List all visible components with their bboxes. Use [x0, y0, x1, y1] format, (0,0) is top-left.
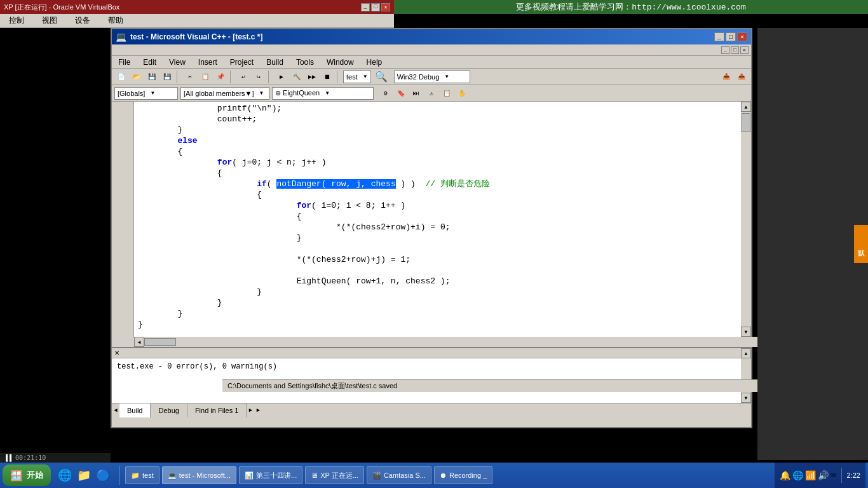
- code-line-20: }: [138, 308, 737, 319]
- code-line-21: }: [138, 319, 737, 330]
- out-scroll-down[interactable]: ▼: [741, 393, 751, 403]
- menu-file[interactable]: File: [114, 57, 134, 67]
- tb-build[interactable]: 🔨: [290, 71, 304, 83]
- menu-help[interactable]: Help: [363, 57, 386, 67]
- vbox-minimize-btn[interactable]: _: [361, 3, 370, 11]
- line-numbers: [112, 102, 134, 337]
- msvc-restore-btn[interactable]: □: [726, 32, 736, 41]
- status-path: C:\Documents and Settings\fishc\桌面\test\…: [227, 381, 397, 391]
- output-vscroll[interactable]: ▲ ▼: [741, 348, 751, 403]
- tb2-icons: ⚙ 🔖 ⏭ ⚠ 📋 ✋: [379, 87, 469, 100]
- ql-browser[interactable]: 🔵: [94, 466, 112, 484]
- scroll-down-btn[interactable]: ▼: [741, 327, 751, 337]
- tb2-btn1[interactable]: ⚙: [379, 87, 393, 100]
- tb-btn-r2[interactable]: 📤: [735, 71, 749, 83]
- menu-tools[interactable]: Tools: [292, 57, 318, 67]
- tab-debug[interactable]: Debug: [151, 403, 187, 417]
- tab-find[interactable]: Find in Files 1: [187, 403, 247, 417]
- tb-undo[interactable]: ↩: [236, 71, 250, 83]
- tb-stop[interactable]: ⏹: [320, 71, 334, 83]
- menu-edit[interactable]: Edit: [139, 57, 160, 67]
- tray-icon-5[interactable]: ⌨: [831, 470, 836, 481]
- tb-btn-r1[interactable]: 📥: [719, 71, 733, 83]
- tb2-members[interactable]: [All global members▼] ▼: [180, 87, 269, 100]
- taskbar-ppt-icon: 📊: [245, 471, 254, 480]
- scroll-up-btn[interactable]: ▲: [741, 102, 751, 112]
- tb2-btn6[interactable]: ✋: [455, 87, 469, 100]
- tb-save[interactable]: 💾: [145, 71, 159, 83]
- hscroll-track[interactable]: [144, 338, 763, 346]
- code-line-5: {: [138, 146, 737, 157]
- mdi-buttons: _ □ ✕: [721, 46, 749, 54]
- taskbar-cam-icon: 🎬: [372, 471, 381, 480]
- tb-save-all[interactable]: 💾: [160, 71, 174, 83]
- tab-nav-right[interactable]: ▶: [247, 403, 254, 417]
- tb-run[interactable]: ▶▶: [305, 71, 319, 83]
- msvc-titlebar: 💻 test - Microsoft Visual C++ - [test.c …: [112, 29, 751, 44]
- start-button[interactable]: 🪟 开始: [3, 464, 51, 486]
- hscroll-left[interactable]: ◀: [134, 337, 144, 347]
- horizontal-scrollbar[interactable]: ◀ ▶: [134, 337, 773, 347]
- msvc-window: 💻 test - Microsoft Visual C++ - [test.c …: [111, 28, 752, 428]
- tab-scroll-right[interactable]: ▶: [254, 403, 262, 417]
- vbox-close-btn[interactable]: ✕: [381, 3, 390, 11]
- mdi-close[interactable]: ✕: [740, 46, 749, 54]
- ql-ie[interactable]: 🌐: [56, 466, 74, 484]
- tb-project-dropdown[interactable]: test ▼: [343, 71, 371, 83]
- tb-paste[interactable]: 📌: [214, 71, 227, 83]
- tb2-function[interactable]: ⊕ EightQueen ▼: [272, 87, 374, 100]
- tab-nav-left[interactable]: ◀: [112, 403, 119, 417]
- taskbar-test[interactable]: 📁 test: [125, 466, 159, 484]
- tb2-globals[interactable]: [Globals] ▼: [114, 87, 178, 100]
- msvc-icon: 💻: [116, 32, 126, 43]
- vertical-scrollbar[interactable]: ▲ ▼: [741, 102, 751, 337]
- tb-copy[interactable]: 📋: [198, 71, 212, 83]
- menu-project[interactable]: Project: [226, 57, 257, 67]
- side-button[interactable]: 默认: [854, 225, 868, 263]
- vbox-maximize-btn[interactable]: □: [371, 3, 380, 11]
- system-tray: 🔔 🌐 📶 🔊 ⌨ 2:22: [775, 463, 865, 488]
- msvc-minimize-btn[interactable]: _: [714, 32, 724, 41]
- tb-magnify[interactable]: 🔍: [375, 71, 388, 83]
- mdi-minimize[interactable]: _: [721, 46, 729, 54]
- msvc-close-btn[interactable]: ✕: [737, 32, 747, 41]
- tb2-btn2[interactable]: 🔖: [394, 87, 408, 100]
- vbox-menu-device[interactable]: 设备: [71, 15, 94, 27]
- vbox-menu-control[interactable]: 控制: [5, 15, 28, 27]
- menu-insert[interactable]: Insert: [194, 57, 221, 67]
- code-line-7: {: [138, 168, 737, 179]
- tb-open[interactable]: 📂: [130, 71, 144, 83]
- vbox-menu-help[interactable]: 帮助: [104, 15, 127, 27]
- menu-view[interactable]: View: [165, 57, 189, 67]
- code-editor[interactable]: printf("\n"); count++; } else { for( j=0…: [134, 102, 741, 337]
- tb-compile[interactable]: ▶: [275, 71, 288, 83]
- scroll-thumb[interactable]: [742, 113, 750, 132]
- tb-new[interactable]: 📄: [114, 71, 128, 83]
- code-line-19: }: [138, 297, 737, 308]
- tb2-btn3[interactable]: ⏭: [409, 87, 423, 100]
- toolbar1: 📄 📂 💾 💾 ✂ 📋 📌 ↩ ↪ ▶ 🔨 ▶▶ ⏹ test ▼ 🔍 Win3…: [112, 69, 751, 85]
- mdi-restore[interactable]: □: [731, 46, 739, 54]
- tb2-btn5[interactable]: 📋: [440, 87, 454, 100]
- taskbar-recording[interactable]: ⏺ Recording _: [434, 466, 492, 484]
- tray-icon-3[interactable]: 📶: [805, 470, 816, 481]
- out-scroll-up[interactable]: ▲: [741, 348, 751, 358]
- menu-window[interactable]: Window: [323, 57, 358, 67]
- taskbar-ppt[interactable]: 📊 第三十四讲...: [239, 466, 302, 484]
- taskbar-msvc[interactable]: 💻 test - Microsoft...: [162, 466, 236, 484]
- tb-cut[interactable]: ✂: [183, 71, 197, 83]
- scroll-track[interactable]: [742, 112, 750, 327]
- menu-build[interactable]: Build: [262, 57, 287, 67]
- ql-folder[interactable]: 📁: [75, 466, 93, 484]
- vbox-menu-view[interactable]: 视图: [38, 15, 61, 27]
- tb2-btn4[interactable]: ⚠: [424, 87, 438, 100]
- tab-build[interactable]: Build: [119, 403, 151, 417]
- tray-icon-4[interactable]: 🔊: [818, 470, 829, 481]
- tray-icon-1[interactable]: 🔔: [780, 470, 790, 481]
- tb-redo[interactable]: ↪: [252, 71, 266, 83]
- taskbar-camtasia[interactable]: 🎬 Camtasia S...: [367, 466, 431, 484]
- hscroll-thumb[interactable]: [144, 338, 176, 346]
- tb-config-dropdown[interactable]: Win32 Debug ▼: [394, 71, 470, 83]
- taskbar-xp[interactable]: 🖥 XP 正在运...: [305, 466, 364, 484]
- tray-icon-2[interactable]: 🌐: [792, 470, 803, 481]
